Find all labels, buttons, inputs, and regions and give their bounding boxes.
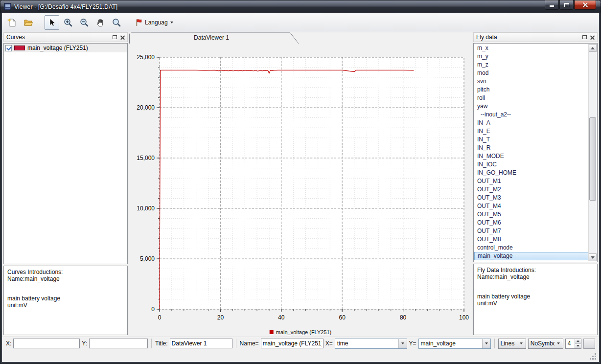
fly-data-item[interactable]: IN_IOC <box>474 160 588 169</box>
line-width-spinner[interactable]: 4 <box>565 339 582 349</box>
curves-panel-header: Curves <box>3 32 128 42</box>
fly-data-panel-header: Fly data <box>473 32 598 42</box>
fly-data-item[interactable]: roll <box>474 94 588 102</box>
fly-data-item[interactable]: OUT_M2 <box>474 185 588 194</box>
fly-data-list: m_xm_ym_zmodsvnpitchrollyaw--inout_a2--I… <box>474 44 588 261</box>
statusbar-extra-button[interactable] <box>583 339 595 349</box>
zoom-out-button[interactable] <box>77 15 92 30</box>
zoom-in-button[interactable] <box>61 15 75 30</box>
float-panel-icon[interactable] <box>582 35 587 39</box>
pan-tool-button[interactable] <box>93 15 108 30</box>
arrow-down-icon <box>577 345 579 347</box>
fly-intro-heading: Fly Data Introductions: <box>477 267 594 273</box>
fly-data-intro: Fly Data Introductions: Name:main_voltag… <box>473 264 598 335</box>
curves-intro-unit: unit:mV <box>7 302 124 309</box>
x-axis-combo[interactable]: time <box>335 339 407 349</box>
zoom-out-icon <box>79 18 89 27</box>
fly-data-item[interactable]: OUT_M8 <box>474 235 588 244</box>
close-button[interactable] <box>574 0 596 10</box>
fly-data-item[interactable]: OUT_M5 <box>474 210 588 219</box>
fly-data-item[interactable]: OUT_M1 <box>474 177 588 185</box>
language-menu-button[interactable]: Languag <box>133 15 176 30</box>
select-tool-button[interactable] <box>45 15 59 30</box>
fly-data-item[interactable]: IN_GO_HOME <box>474 169 588 177</box>
spin-up-button[interactable] <box>575 339 581 344</box>
bottom-strip <box>2 350 599 362</box>
statusbar-separator <box>151 339 152 348</box>
y-axis-combo[interactable]: main_voltage <box>418 339 491 349</box>
scroll-down-button[interactable] <box>589 253 597 261</box>
fly-data-item[interactable]: yaw <box>474 102 588 111</box>
svg-text:40: 40 <box>278 314 285 321</box>
curve-name-input[interactable] <box>261 339 324 348</box>
chevron-down-icon <box>170 22 173 23</box>
y-coord-input[interactable] <box>89 339 148 348</box>
fly-data-list-box: m_xm_ym_zmodsvnpitchrollyaw--inout_a2--I… <box>473 43 598 262</box>
x-coord-input[interactable] <box>13 339 80 348</box>
svg-text:0: 0 <box>158 314 162 321</box>
fly-data-item[interactable]: svn <box>474 77 588 86</box>
open-file-button[interactable] <box>21 15 36 30</box>
spin-down-button[interactable] <box>575 344 581 348</box>
svg-text:80: 80 <box>400 314 407 321</box>
fly-list-scrollbar[interactable] <box>588 44 597 261</box>
y-coord-label: Y: <box>82 340 87 347</box>
minimize-button[interactable] <box>545 0 559 10</box>
resize-grip[interactable] <box>590 353 597 360</box>
scroll-up-button[interactable] <box>589 44 597 52</box>
data-viewer-area: DataViewer 1 02040608010005,00010,00015,… <box>129 32 472 337</box>
chevron-down-icon <box>398 339 407 348</box>
close-icon <box>582 2 588 8</box>
x-coord-label: X: <box>6 340 11 347</box>
arrow-up-icon <box>577 340 579 342</box>
fly-data-item[interactable]: IN_R <box>474 144 588 152</box>
maximize-button[interactable] <box>559 0 574 10</box>
maximize-icon <box>564 3 569 7</box>
hand-icon <box>95 18 105 27</box>
chevron-down-icon <box>555 339 563 348</box>
close-panel-icon[interactable] <box>120 35 125 40</box>
tab-dataviewer-1[interactable]: DataViewer 1 <box>129 32 300 44</box>
chart[interactable]: 02040608010005,00010,00015,00020,00025,0… <box>129 44 472 337</box>
minimize-icon <box>550 5 554 7</box>
cursor-icon <box>47 18 57 27</box>
fly-data-item[interactable]: pitch <box>474 86 588 94</box>
fly-data-item[interactable]: IN_T <box>474 136 588 144</box>
app-icon <box>4 3 11 10</box>
magnifier-icon <box>112 18 121 27</box>
curve-color-swatch <box>14 46 25 50</box>
fly-data-item[interactable]: IN_E <box>474 127 588 136</box>
fly-data-item[interactable]: --inout_a2-- <box>474 111 588 119</box>
fly-data-item[interactable]: main_voltage <box>474 252 588 260</box>
fly-data-item[interactable]: m_x <box>474 44 588 52</box>
close-panel-icon[interactable] <box>590 35 595 40</box>
curves-panel: Curves main_voltage (FLY251) Curves Intr… <box>2 32 129 337</box>
fly-data-item[interactable]: mod <box>474 69 588 77</box>
svg-text:100: 100 <box>459 314 469 321</box>
statusbar-separator <box>236 339 236 348</box>
new-file-button[interactable] <box>5 15 20 30</box>
titlebar[interactable]: Viewer - [G:/Desafio 4x4/FLY251.DAT] <box>0 0 601 13</box>
fly-data-item[interactable]: OUT_M4 <box>474 202 588 210</box>
legend-label: main_voltage (FLY251) <box>276 329 332 335</box>
fly-data-item[interactable]: OUT_M6 <box>474 219 588 227</box>
fly-data-item[interactable]: control_mode <box>474 244 588 252</box>
symbol-combo[interactable]: NoSymbol <box>528 339 563 349</box>
chevron-down-icon <box>517 339 526 348</box>
fly-data-item[interactable]: OUT_M3 <box>474 194 588 202</box>
zoom-original-button[interactable] <box>109 15 124 30</box>
title-input[interactable] <box>170 339 232 348</box>
fly-data-item[interactable]: IN_A <box>474 119 588 127</box>
fly-data-panel-title: Fly data <box>476 34 497 41</box>
line-style-combo[interactable]: Lines <box>498 339 526 349</box>
title-field-label: Title: <box>155 340 168 347</box>
scrollbar-thumb[interactable] <box>589 117 596 201</box>
fly-data-item[interactable]: m_z <box>474 61 588 69</box>
fly-data-item[interactable]: OUT_M7 <box>474 227 588 235</box>
curve-list-item[interactable]: main_voltage (FLY251) <box>4 44 127 52</box>
curve-visibility-checkbox[interactable] <box>5 45 12 51</box>
fly-data-item[interactable]: m_y <box>474 52 588 61</box>
float-panel-icon[interactable] <box>113 35 117 39</box>
window-title: Viewer - [G:/Desafio 4x4/FLY251.DAT] <box>14 3 117 10</box>
fly-data-item[interactable]: IN_MODE <box>474 152 588 160</box>
